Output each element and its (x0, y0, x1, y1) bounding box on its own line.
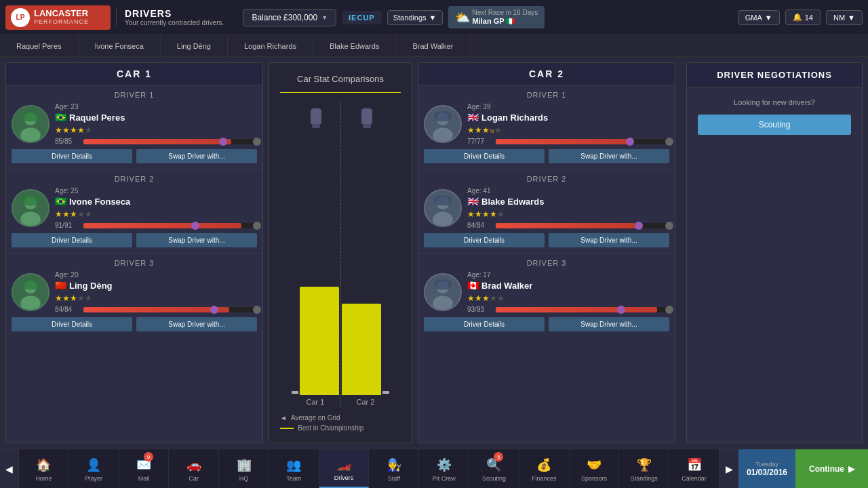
mail-badge: 9 (144, 452, 153, 462)
car2-driver1-details: Age: 39 🇬🇧 Logan Richards ★★★½★ 77/77 (467, 103, 669, 145)
car1-driver2-details-button[interactable]: Driver Details (12, 233, 132, 247)
nav-arrow-left[interactable]: ◀ (0, 449, 19, 489)
nav-scouting[interactable]: 5 🔍 Scouting (469, 449, 519, 488)
car1-driver3-flag: 🇨🇳 (55, 280, 66, 291)
car1-driver3-label: DRIVER 3 (12, 259, 257, 267)
race-days: Next Race in 16 Days (473, 9, 538, 17)
nav-hq-label: HQ (239, 475, 249, 482)
nav-player[interactable]: 👤 Player (69, 449, 119, 488)
continue-button[interactable]: Continue ▶ (795, 449, 868, 489)
nm-label: NM (833, 14, 845, 22)
driver-tab-label-2: Ling Dèng (177, 42, 211, 50)
pit-crew-icon: ⚙️ (437, 458, 452, 472)
standings-button[interactable]: Standings ▼ (387, 10, 443, 25)
car2-driver2-swap-button[interactable]: Swap Driver with... (549, 233, 669, 247)
legend-best-line (280, 428, 294, 429)
finances-icon: 💰 (536, 458, 551, 472)
nav-pit-crew[interactable]: ⚙️ Pit Crew (419, 449, 469, 488)
svg-point-10 (20, 296, 41, 311)
nav-standings[interactable]: 🏆 Standings (619, 449, 669, 488)
car1-avatar-chart (305, 108, 327, 143)
car2-driver3-details-button[interactable]: Driver Details (424, 317, 545, 331)
nav-car[interactable]: 🚗 Car (169, 449, 219, 488)
car2-driver1-stars: ★★★½★ (467, 125, 669, 135)
driver-tab-label-4: Blake Edwards (330, 42, 379, 50)
balance-arrow-icon: ▼ (321, 14, 328, 21)
nav-hq[interactable]: 🏢 HQ (219, 449, 269, 488)
car1-driver1-swap-button[interactable]: Swap Driver with... (136, 149, 257, 163)
nav-scouting-label: Scouting (482, 475, 506, 482)
nav-staff[interactable]: 👨‍🔧 Staff (369, 449, 419, 488)
car1-driver3-bar (83, 307, 257, 312)
car2-driver1-label: DRIVER 1 (424, 91, 669, 99)
car1-driver3-section: DRIVER 3 Age: 20 🇨🇳 Ling Dèng (6, 253, 262, 337)
car2-driver1-swap-button[interactable]: Swap Driver with... (549, 149, 669, 163)
balance-button[interactable]: Balance £300,000 ▼ (243, 9, 336, 26)
nav-calendar[interactable]: 📅 Calendar (669, 449, 719, 488)
nav-drivers[interactable]: 🏎️ Drivers (319, 449, 370, 488)
car2-driver2-stat-row: 84/84 (467, 222, 669, 229)
notification-button[interactable]: 🔔 14 (785, 9, 821, 25)
car1-driver3-details-button[interactable]: Driver Details (12, 317, 132, 331)
car2-driver1-stat-row: 77/77 (467, 138, 669, 145)
car2-driver3-label: DRIVER 3 (424, 259, 669, 267)
car2-driver1-avatar (424, 105, 462, 143)
car1-driver2-bar-thumb (191, 222, 199, 230)
nav-items: 🏠 Home 👤 Player 9 ✉️ Mail 🚗 Car 🏢 HQ 👥 T… (19, 449, 719, 488)
date-value: 01/03/2016 (747, 468, 787, 477)
car2-driver2-details-button[interactable]: Driver Details (424, 233, 545, 247)
car1-driver1-stat: 85/85 (55, 138, 79, 145)
driver-tab-3[interactable]: Logan Richards (228, 35, 313, 56)
driver-tab-label-3: Logan Richards (244, 42, 296, 50)
car2-driver2-stars: ★★★★★ (467, 209, 669, 219)
nav-arrow-right[interactable]: ▶ (719, 449, 738, 489)
nav-sponsors[interactable]: 🤝 Sponsors (570, 449, 620, 488)
car1-driver2-bar-end (253, 222, 261, 230)
car2-driver1-details-button[interactable]: Driver Details (424, 149, 545, 163)
car2-driver1-name: Logan Richards (481, 113, 548, 123)
car2-driver3-bar-end (665, 306, 673, 314)
driver-tab-4[interactable]: Blake Edwards (313, 35, 396, 56)
car2-driver3-swap-button[interactable]: Swap Driver with... (549, 317, 669, 331)
car1-driver1-avatar (12, 105, 50, 143)
logo-icon: LP (11, 8, 30, 27)
staff-icon: 👨‍🔧 (387, 458, 401, 472)
date-box: Tuesday 01/03/2016 (738, 449, 795, 489)
car1-driver3-buttons: Driver Details Swap Driver with... (12, 317, 257, 331)
nm-button[interactable]: NM ▼ (826, 10, 863, 25)
svg-rect-15 (361, 109, 372, 124)
driver-tab-2[interactable]: Ling Dèng (161, 35, 228, 56)
nav-finances[interactable]: 💰 Finances (519, 449, 570, 488)
nav-team[interactable]: 👥 Team (269, 449, 319, 488)
car2-driver1-name-row: 🇬🇧 Logan Richards (467, 112, 669, 123)
page-subtitle: Your currently contracted drivers. (125, 19, 224, 26)
team-icon: 👥 (286, 458, 301, 472)
right-panel-body: Looking for new drivers? Scouting (687, 87, 862, 146)
car1-driver3-swap-button[interactable]: Swap Driver with... (136, 317, 257, 331)
gma-button[interactable]: GMA ▼ (738, 10, 780, 25)
car2-driver2-avatar (424, 189, 462, 227)
date-day: Tuesday (755, 461, 778, 468)
gma-label: GMA (745, 14, 762, 22)
car1-driver2-flag: 🇧🇷 (55, 196, 66, 207)
driver-tab-1[interactable]: Ivone Fonseca (79, 35, 161, 56)
car1-driver1-details-button[interactable]: Driver Details (12, 149, 132, 163)
svg-rect-11 (22, 279, 39, 289)
car2-avatar-chart (356, 108, 378, 143)
nav-pit-crew-label: Pit Crew (433, 475, 456, 482)
nav-mail-label: Mail (138, 475, 150, 482)
car1-driver3-name-row: 🇨🇳 Ling Dèng (55, 280, 257, 291)
nav-drivers-label: Drivers (334, 474, 354, 481)
scouting-button[interactable]: Scouting (698, 115, 851, 135)
nav-mail[interactable]: 9 ✉️ Mail (119, 449, 170, 488)
driver-tab-5[interactable]: Brad Walker (396, 35, 470, 56)
bell-icon: 🔔 (793, 13, 802, 22)
nav-home[interactable]: 🏠 Home (19, 449, 69, 488)
car2-driver2-bar-end (665, 222, 673, 230)
car1-driver3-age: Age: 20 (55, 271, 257, 279)
nav-player-label: Player (85, 475, 102, 482)
logo-area: LP LANCASTER PERFORMANCE (5, 5, 111, 30)
legend-avg: ◄ Average on Grid (280, 414, 363, 422)
car1-driver2-swap-button[interactable]: Swap Driver with... (136, 233, 257, 247)
driver-tab-0[interactable]: Raquel Peres (0, 35, 79, 56)
